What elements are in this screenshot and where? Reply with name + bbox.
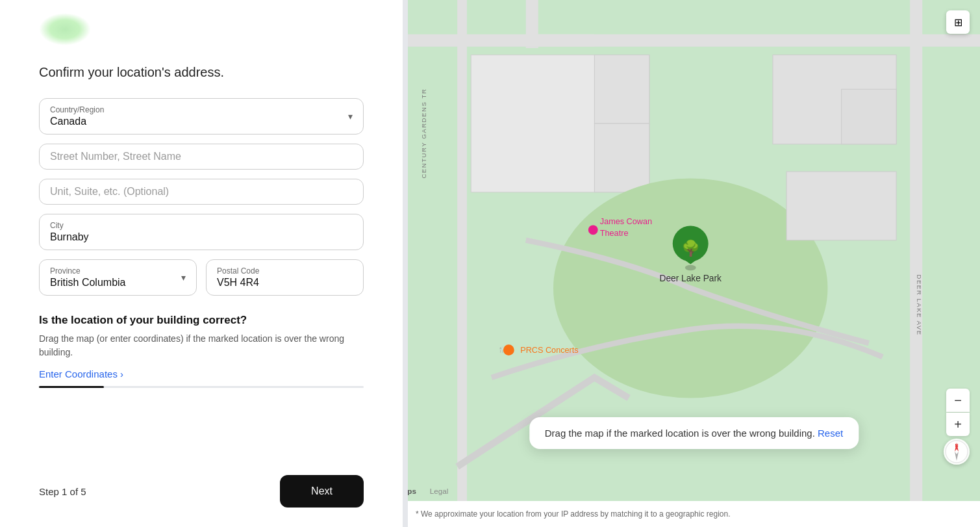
map-zoom-minus-button[interactable]: − (946, 389, 970, 412)
map-zoom-controls: − + (946, 389, 970, 436)
svg-text:🍴: 🍴 (498, 346, 505, 353)
svg-text:Maps: Maps (408, 487, 416, 495)
progress-fill (39, 386, 104, 388)
unit-field[interactable] (39, 179, 364, 205)
drag-tooltip-text: Drag the map if the marked location is o… (545, 428, 815, 439)
svg-text:Legal: Legal (430, 487, 448, 495)
country-label: Country/Region (50, 105, 353, 114)
postal-field[interactable]: Postal Code V5H 4R4 (206, 259, 364, 296)
svg-rect-10 (842, 89, 896, 144)
province-chevron-icon: ▾ (181, 272, 186, 283)
svg-point-15 (588, 225, 598, 235)
enter-coords-chevron-icon: › (120, 368, 123, 379)
form-fields: Country/Region Canada ▾ City Burnaby Pro… (39, 98, 364, 296)
panel-divider (403, 0, 408, 527)
street-input[interactable] (50, 151, 353, 162)
svg-text:DEER LAKE AVE: DEER LAKE AVE (916, 274, 923, 335)
map-note: * We approximate your location from your… (408, 501, 980, 527)
country-value: Canada (50, 116, 353, 127)
svg-text:N: N (955, 443, 958, 448)
enter-coordinates-link[interactable]: Enter Coordinates › (39, 368, 364, 379)
map-note-text: * We approximate your location from your… (416, 509, 730, 519)
postal-value: V5H 4R4 (217, 277, 353, 289)
province-field[interactable]: Province British Columbia ▾ (39, 259, 197, 296)
building-section: Is the location of your building correct… (39, 314, 364, 379)
svg-text:Theatre: Theatre (600, 229, 629, 238)
city-value: Burnaby (50, 231, 353, 243)
right-panel: CENTURY GARDENS TR DEER LAKE AVE James C… (408, 0, 980, 527)
map-layer-toggle-button[interactable]: ⊞ (946, 10, 970, 34)
svg-text:James Cowan: James Cowan (600, 217, 652, 226)
step-label: Step 1 of 5 (39, 486, 86, 497)
country-region-field[interactable]: Country/Region Canada ▾ (39, 98, 364, 135)
next-button[interactable]: Next (280, 475, 364, 508)
svg-rect-7 (594, 55, 649, 123)
logo-area (39, 0, 364, 65)
form-title: Confirm your location's address. (39, 65, 364, 80)
progress-bar (39, 386, 364, 388)
building-desc: Drag the map (or enter coordinates) if t… (39, 332, 364, 359)
progress-bar-container (39, 386, 364, 406)
svg-text:🌳: 🌳 (681, 239, 700, 257)
map-layer-icon: ⊞ (954, 16, 962, 29)
svg-point-21 (685, 265, 696, 270)
enter-coords-label: Enter Coordinates (39, 368, 118, 379)
postal-label: Postal Code (217, 266, 353, 276)
city-field[interactable]: City Burnaby (39, 214, 364, 250)
logo-blob (39, 13, 91, 45)
drag-tooltip: Drag the map if the marked location is o… (529, 417, 859, 449)
country-chevron-icon: ▾ (348, 111, 353, 122)
svg-rect-12 (786, 172, 896, 240)
reset-link[interactable]: Reset (818, 428, 843, 439)
city-label: City (50, 221, 353, 230)
map-zoom-plus-button[interactable]: + (946, 413, 970, 436)
svg-rect-5 (910, 0, 922, 501)
street-field[interactable] (39, 144, 364, 170)
svg-text:CENTURY GARDENS TR: CENTURY GARDENS TR (420, 88, 427, 179)
svg-rect-8 (594, 123, 649, 192)
svg-text:PRCS Concerts: PRCS Concerts (520, 346, 578, 355)
left-panel: ? Confirm your location's address. Count… (0, 0, 403, 527)
bottom-bar: Step 1 of 5 Next (39, 462, 364, 527)
map-compass: N (944, 439, 970, 465)
province-postal-row: Province British Columbia ▾ Postal Code … (39, 259, 364, 296)
building-title: Is the location of your building correct… (39, 314, 364, 327)
svg-text:Deer Lake Park: Deer Lake Park (660, 274, 722, 283)
province-label: Province (50, 266, 186, 276)
unit-input[interactable] (50, 186, 353, 198)
province-value: British Columbia (50, 277, 186, 289)
svg-rect-4 (457, 0, 467, 501)
map-container[interactable]: CENTURY GARDENS TR DEER LAKE AVE James C… (408, 0, 980, 501)
